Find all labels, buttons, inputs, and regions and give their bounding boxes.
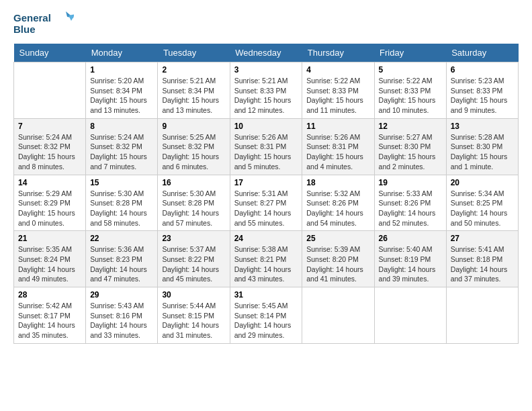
calendar-cell: 1Sunrise: 5:20 AM Sunset: 8:34 PM Daylig…: [86, 62, 158, 119]
calendar-cell: 27Sunrise: 5:41 AM Sunset: 8:18 PM Dayli…: [446, 231, 518, 287]
calendar-cell: 15Sunrise: 5:30 AM Sunset: 8:28 PM Dayli…: [86, 175, 158, 231]
day-info: Sunrise: 5:30 AM Sunset: 8:28 PM Dayligh…: [90, 189, 153, 228]
calendar-cell: 31Sunrise: 5:45 AM Sunset: 8:14 PM Dayli…: [230, 287, 302, 344]
day-info: Sunrise: 5:35 AM Sunset: 8:24 PM Dayligh…: [18, 244, 81, 284]
day-info: Sunrise: 5:41 AM Sunset: 8:18 PM Dayligh…: [451, 244, 514, 284]
column-header-tuesday: Tuesday: [158, 44, 230, 62]
day-info: Sunrise: 5:22 AM Sunset: 8:33 PM Dayligh…: [306, 76, 369, 116]
day-number: 2: [162, 65, 225, 75]
day-number: 25: [306, 234, 369, 243]
day-info: Sunrise: 5:20 AM Sunset: 8:34 PM Dayligh…: [90, 76, 153, 116]
calendar-cell: [302, 287, 374, 344]
calendar-cell: 7Sunrise: 5:24 AM Sunset: 8:32 PM Daylig…: [14, 118, 86, 175]
day-info: Sunrise: 5:21 AM Sunset: 8:33 PM Dayligh…: [234, 76, 298, 116]
calendar-cell: 29Sunrise: 5:43 AM Sunset: 8:16 PM Dayli…: [86, 287, 158, 344]
day-number: 5: [379, 65, 442, 75]
day-info: Sunrise: 5:36 AM Sunset: 8:23 PM Dayligh…: [90, 244, 153, 284]
day-number: 18: [306, 178, 369, 187]
calendar-cell: 13Sunrise: 5:28 AM Sunset: 8:30 PM Dayli…: [446, 118, 518, 175]
calendar-cell: 4Sunrise: 5:22 AM Sunset: 8:33 PM Daylig…: [302, 62, 374, 119]
svg-text:Blue: Blue: [13, 24, 36, 35]
column-header-saturday: Saturday: [446, 44, 518, 62]
calendar-table: SundayMondayTuesdayWednesdayThursdayFrid…: [13, 44, 519, 344]
day-info: Sunrise: 5:34 AM Sunset: 8:25 PM Dayligh…: [451, 189, 514, 228]
day-number: 14: [18, 178, 81, 187]
calendar-cell: 25Sunrise: 5:39 AM Sunset: 8:20 PM Dayli…: [302, 231, 374, 287]
calendar-cell: 3Sunrise: 5:21 AM Sunset: 8:33 PM Daylig…: [230, 62, 302, 119]
day-number: 9: [162, 122, 225, 131]
day-number: 11: [306, 122, 369, 131]
day-number: 26: [379, 234, 442, 243]
day-number: 16: [162, 178, 225, 187]
day-info: Sunrise: 5:33 AM Sunset: 8:26 PM Dayligh…: [379, 189, 442, 228]
calendar-cell: [374, 287, 446, 344]
calendar-cell: 12Sunrise: 5:27 AM Sunset: 8:30 PM Dayli…: [374, 118, 446, 175]
day-info: Sunrise: 5:38 AM Sunset: 8:21 PM Dayligh…: [234, 244, 298, 284]
logo-icon: General Blue: [13, 10, 74, 37]
day-number: 3: [234, 65, 298, 75]
calendar-cell: 26Sunrise: 5:40 AM Sunset: 8:19 PM Dayli…: [374, 231, 446, 287]
calendar-week-row: 28Sunrise: 5:42 AM Sunset: 8:17 PM Dayli…: [14, 287, 519, 344]
day-number: 15: [90, 178, 153, 187]
day-info: Sunrise: 5:43 AM Sunset: 8:16 PM Dayligh…: [90, 301, 153, 340]
calendar-header-row: SundayMondayTuesdayWednesdayThursdayFrid…: [14, 44, 519, 62]
day-number: 12: [379, 122, 442, 131]
day-number: 20: [451, 178, 514, 187]
day-number: 21: [18, 234, 81, 243]
day-info: Sunrise: 5:29 AM Sunset: 8:29 PM Dayligh…: [18, 189, 81, 228]
calendar-cell: [14, 62, 86, 119]
day-number: 7: [18, 122, 81, 131]
calendar-cell: [446, 287, 518, 344]
calendar-cell: 11Sunrise: 5:26 AM Sunset: 8:31 PM Dayli…: [302, 118, 374, 175]
day-info: Sunrise: 5:24 AM Sunset: 8:32 PM Dayligh…: [90, 132, 153, 172]
calendar-cell: 17Sunrise: 5:31 AM Sunset: 8:27 PM Dayli…: [230, 175, 302, 231]
day-number: 10: [234, 122, 298, 131]
day-number: 22: [90, 234, 153, 243]
day-number: 30: [162, 290, 225, 300]
day-number: 29: [90, 290, 153, 300]
day-info: Sunrise: 5:27 AM Sunset: 8:30 PM Dayligh…: [379, 132, 442, 172]
day-info: Sunrise: 5:26 AM Sunset: 8:31 PM Dayligh…: [306, 132, 369, 172]
day-info: Sunrise: 5:40 AM Sunset: 8:19 PM Dayligh…: [379, 244, 442, 284]
calendar-cell: 22Sunrise: 5:36 AM Sunset: 8:23 PM Dayli…: [86, 231, 158, 287]
day-info: Sunrise: 5:42 AM Sunset: 8:17 PM Dayligh…: [18, 301, 81, 340]
day-number: 4: [306, 65, 369, 75]
day-number: 31: [234, 290, 298, 300]
day-number: 28: [18, 290, 81, 300]
calendar-cell: 9Sunrise: 5:25 AM Sunset: 8:32 PM Daylig…: [158, 118, 230, 175]
column-header-thursday: Thursday: [302, 44, 374, 62]
calendar-cell: 24Sunrise: 5:38 AM Sunset: 8:21 PM Dayli…: [230, 231, 302, 287]
day-info: Sunrise: 5:24 AM Sunset: 8:32 PM Dayligh…: [18, 132, 81, 172]
calendar-cell: 20Sunrise: 5:34 AM Sunset: 8:25 PM Dayli…: [446, 175, 518, 231]
calendar-cell: 2Sunrise: 5:21 AM Sunset: 8:34 PM Daylig…: [158, 62, 230, 119]
calendar-cell: 21Sunrise: 5:35 AM Sunset: 8:24 PM Dayli…: [14, 231, 86, 287]
day-info: Sunrise: 5:28 AM Sunset: 8:30 PM Dayligh…: [451, 132, 514, 172]
day-info: Sunrise: 5:32 AM Sunset: 8:26 PM Dayligh…: [306, 189, 369, 228]
day-info: Sunrise: 5:23 AM Sunset: 8:33 PM Dayligh…: [451, 76, 514, 116]
day-number: 23: [162, 234, 225, 243]
day-info: Sunrise: 5:30 AM Sunset: 8:28 PM Dayligh…: [162, 189, 225, 228]
logo: General Blue: [13, 10, 74, 37]
column-header-wednesday: Wednesday: [230, 44, 302, 62]
calendar-cell: 8Sunrise: 5:24 AM Sunset: 8:32 PM Daylig…: [86, 118, 158, 175]
calendar-week-row: 21Sunrise: 5:35 AM Sunset: 8:24 PM Dayli…: [14, 231, 519, 287]
calendar-cell: 10Sunrise: 5:26 AM Sunset: 8:31 PM Dayli…: [230, 118, 302, 175]
day-number: 24: [234, 234, 298, 243]
day-number: 6: [451, 65, 514, 75]
calendar-cell: 28Sunrise: 5:42 AM Sunset: 8:17 PM Dayli…: [14, 287, 86, 344]
day-number: 17: [234, 178, 298, 187]
day-number: 27: [451, 234, 514, 243]
day-info: Sunrise: 5:44 AM Sunset: 8:15 PM Dayligh…: [162, 301, 225, 340]
svg-text:General: General: [13, 12, 51, 24]
column-header-monday: Monday: [86, 44, 158, 62]
day-number: 1: [90, 65, 153, 75]
calendar-week-row: 7Sunrise: 5:24 AM Sunset: 8:32 PM Daylig…: [14, 118, 519, 175]
day-info: Sunrise: 5:26 AM Sunset: 8:31 PM Dayligh…: [234, 132, 298, 172]
day-number: 8: [90, 122, 153, 131]
day-info: Sunrise: 5:37 AM Sunset: 8:22 PM Dayligh…: [162, 244, 225, 284]
calendar-cell: 23Sunrise: 5:37 AM Sunset: 8:22 PM Dayli…: [158, 231, 230, 287]
calendar-cell: 19Sunrise: 5:33 AM Sunset: 8:26 PM Dayli…: [374, 175, 446, 231]
calendar-cell: 14Sunrise: 5:29 AM Sunset: 8:29 PM Dayli…: [14, 175, 86, 231]
day-info: Sunrise: 5:21 AM Sunset: 8:34 PM Dayligh…: [162, 76, 225, 116]
day-info: Sunrise: 5:25 AM Sunset: 8:32 PM Dayligh…: [162, 132, 225, 172]
